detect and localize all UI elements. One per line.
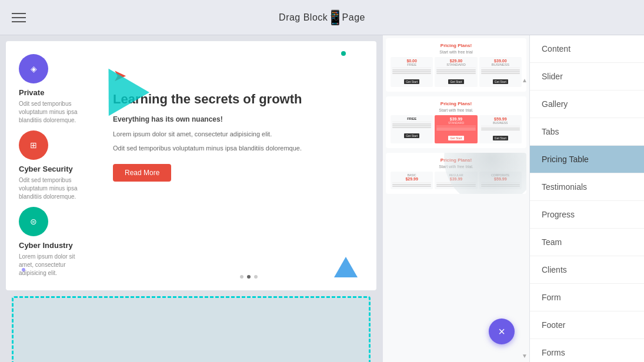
- pricing-cols-1: $0.00 FREE Get Start $29.00 STANDARD Get…: [391, 57, 522, 87]
- canvas-scroll[interactable]: ◈ Private Odit sed temporibus voluptatum…: [0, 35, 382, 362]
- dot-green: [341, 51, 346, 56]
- hamburger-menu[interactable]: [12, 13, 26, 22]
- big-circle-decoration: [444, 153, 526, 194]
- sidebar-item-team[interactable]: Team: [530, 229, 644, 256]
- close-button[interactable]: ×: [489, 319, 515, 344]
- pricing-col-standard: $29.00 STANDARD Get Start: [435, 57, 477, 87]
- price-1-label: STANDARD: [436, 63, 475, 66]
- pricing-col2-standard: $39.99 STANDARD Get Start: [435, 115, 477, 143]
- sidebar-item-footer[interactable]: Footer: [530, 311, 644, 339]
- price-1-val: $29.00: [436, 59, 475, 63]
- learning-heading: Learning the secrets of growth: [113, 91, 355, 108]
- price-2-label: BUSINESS: [481, 63, 520, 66]
- pricing-previews-panel: Pricing Plans! Start with free trial $0.…: [382, 35, 529, 362]
- price2-2-btn[interactable]: Get Start: [493, 136, 508, 140]
- learning-body2: Odit sed temporibus voluptatum minus ips…: [113, 143, 355, 153]
- price-2-val: $39.00: [481, 59, 520, 63]
- dot-decoration-purple: [22, 268, 25, 272]
- cyber-security-title: Cyber Security: [19, 165, 73, 173]
- pricing-title-1: Pricing Plans!: [391, 43, 522, 48]
- pricing-subtitle-2: Start with free trial.: [391, 108, 522, 112]
- arrow-icon: ➤: [113, 66, 355, 85]
- header: 📱 Drag Block to Page: [0, 0, 644, 35]
- pricing-col2-business: $59.99 BUSINESS Get Start: [479, 115, 522, 143]
- pricing-col3-basic: BASIC $29.99: [391, 172, 433, 189]
- price2-1-val: $39.99: [436, 117, 475, 121]
- price-0-val: $0.00: [392, 59, 431, 63]
- page-dot-1: [240, 275, 243, 279]
- pricing-title-2: Pricing Plans!: [391, 101, 522, 106]
- sidebar-item-gallery[interactable]: Gallery: [530, 90, 644, 118]
- cyber-industry-text: Lorem ipsum dolor sit amet, consectetur …: [19, 253, 84, 277]
- sidebar-item-tabs[interactable]: Tabs: [530, 118, 644, 146]
- block-card-1: ◈ Private Odit sed temporibus voluptatum…: [6, 41, 376, 290]
- sidebar-item-clients[interactable]: Clients: [530, 256, 644, 284]
- pricing-subtitle-1: Start with free trial: [391, 50, 522, 54]
- pricing-col2-free: FREE Get Start: [391, 115, 433, 143]
- private-icon: ◈: [19, 54, 48, 83]
- pricing-preview-2[interactable]: Pricing Plans! Start with free trial. FR…: [386, 96, 526, 148]
- price2-2-label: BUSINESS: [481, 121, 520, 125]
- page-title: Drag Block to Page: [279, 12, 365, 23]
- sidebar-item-testimonials[interactable]: Testimonials: [530, 173, 644, 201]
- pricing-cols-2: FREE Get Start $39.99 STANDARD Get Start: [391, 115, 522, 143]
- triangle-blue: [334, 257, 358, 277]
- price2-0-label: FREE: [392, 117, 431, 120]
- price2-1-label: STANDARD: [436, 121, 475, 125]
- read-more-button[interactable]: Read More: [113, 164, 171, 182]
- sidebar-categories: Content Slider Gallery Tabs Pricing Tabl…: [529, 35, 644, 362]
- canvas-area: ◈ Private Odit sed temporibus voluptatum…: [0, 35, 382, 362]
- page-dot-2: [247, 275, 251, 279]
- scroll-down[interactable]: ▼: [521, 352, 528, 359]
- price2-1-btn[interactable]: Get Start: [448, 136, 463, 140]
- sidebar-item-form[interactable]: Form: [530, 284, 644, 311]
- private-text: Odit sed temporibus voluptatum minus ips…: [19, 100, 84, 125]
- sidebar-item-pricing-table[interactable]: Pricing Table: [530, 146, 644, 173]
- cyber-security-icon: ⊞: [19, 130, 48, 160]
- sidebar-item-slider[interactable]: Slider: [530, 63, 644, 90]
- main-layout: ◈ Private Odit sed temporibus voluptatum…: [0, 35, 644, 362]
- price-1-btn[interactable]: Get Start: [448, 79, 463, 84]
- pricing-col-business: $39.00 BUSINESS Get Start: [479, 57, 522, 87]
- price-0-btn[interactable]: Get Start: [404, 79, 419, 84]
- learning-section: ➤ Learning the secrets of growth Everyth…: [98, 48, 369, 283]
- private-title: Private: [19, 88, 44, 97]
- pricing-preview-3[interactable]: Pricing Plans! Start with free trial. BA…: [386, 153, 526, 194]
- sidebar-item-content[interactable]: Content: [530, 35, 644, 63]
- pricing-scroll[interactable]: Pricing Plans! Start with free trial $0.…: [383, 35, 529, 202]
- price-0-label: FREE: [392, 63, 431, 66]
- pricing-preview-1[interactable]: Pricing Plans! Start with free trial $0.…: [386, 38, 526, 92]
- page-dots: [113, 275, 376, 279]
- cyber-industry-title: Cyber Industry: [19, 241, 73, 250]
- sidebar-item-forms[interactable]: Forms: [530, 339, 644, 362]
- learning-body1: Lorem ipsum dolor sit amet, consectetur …: [113, 129, 355, 139]
- price2-2-val: $59.99: [481, 117, 520, 121]
- price-2-btn[interactable]: Get Start: [493, 79, 508, 84]
- learning-subtext: Everything has its own nuances!: [113, 114, 355, 125]
- sidebar-item-progress[interactable]: Progress: [530, 201, 644, 229]
- price2-0-btn[interactable]: Get Start: [404, 133, 419, 138]
- price3-0-val: $29.99: [392, 177, 431, 181]
- pricing-col-free: $0.00 FREE Get Start: [391, 57, 433, 87]
- cyber-industry-icon: ⊜: [19, 207, 48, 236]
- drop-zone[interactable]: [12, 296, 371, 362]
- scroll-up[interactable]: ▲: [521, 76, 528, 83]
- cyber-security-text: Odit sed temporibus voluptatum minus ips…: [19, 176, 84, 201]
- page-dot-3: [254, 275, 258, 279]
